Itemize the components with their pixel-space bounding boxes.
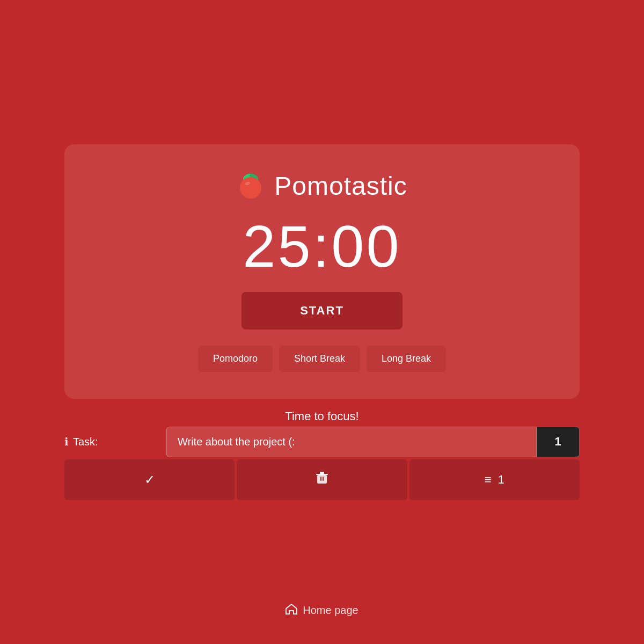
list-count: 1 xyxy=(498,473,504,487)
tomato-icon xyxy=(237,172,265,200)
task-count-badge: 1 xyxy=(537,427,580,457)
home-icon xyxy=(286,604,297,617)
checkmark-icon: ✓ xyxy=(144,472,155,487)
trash-icon xyxy=(316,471,328,488)
list-button[interactable]: ≡ 1 xyxy=(409,459,580,500)
task-row: ℹ Task: 1 xyxy=(64,427,580,457)
task-input-wrapper: 1 xyxy=(166,427,580,457)
action-buttons: ✓ ≡ 1 xyxy=(64,459,580,500)
mode-short-break[interactable]: Short Break xyxy=(279,346,360,372)
svg-rect-5 xyxy=(316,474,328,475)
timer-display: 25:00 xyxy=(243,217,401,276)
app-header: Pomotastic xyxy=(237,171,407,201)
list-icon: ≡ xyxy=(485,473,492,487)
mode-buttons: Pomodoro Short Break Long Break xyxy=(198,346,446,372)
delete-button[interactable] xyxy=(237,459,407,500)
timer-card: Pomotastic 25:00 START Pomodoro Short Br… xyxy=(64,144,580,399)
focus-text: Time to focus! xyxy=(285,409,358,423)
svg-rect-8 xyxy=(320,477,321,481)
footer-home-text: Home page xyxy=(303,604,358,617)
main-container: Pomotastic 25:00 START Pomodoro Short Br… xyxy=(0,144,644,500)
task-label-container: ℹ Task: xyxy=(64,435,166,448)
svg-rect-7 xyxy=(317,475,327,484)
complete-button[interactable]: ✓ xyxy=(64,459,235,500)
mode-pomodoro[interactable]: Pomodoro xyxy=(198,346,273,372)
svg-rect-6 xyxy=(320,472,324,474)
app-title: Pomotastic xyxy=(274,171,407,201)
footer-home-link[interactable]: Home page xyxy=(286,604,358,617)
task-label-text: Task: xyxy=(73,436,98,448)
task-input[interactable] xyxy=(166,427,537,457)
start-button[interactable]: START xyxy=(241,292,402,330)
svg-point-3 xyxy=(241,178,260,196)
svg-rect-9 xyxy=(323,477,324,481)
info-icon: ℹ xyxy=(64,435,69,448)
mode-long-break[interactable]: Long Break xyxy=(367,346,446,372)
